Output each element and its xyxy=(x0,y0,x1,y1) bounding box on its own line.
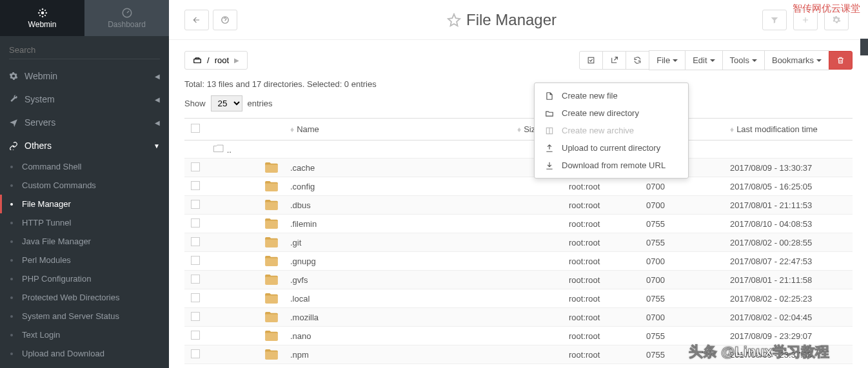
tools-menu-button[interactable]: Tools xyxy=(722,50,765,70)
sidebar-item-upload-and-download[interactable]: Upload and Download xyxy=(0,344,169,363)
table-row[interactable]: .localroot:root07552017/08/02 - 02:25:23 xyxy=(184,289,853,308)
menu-new-dir[interactable]: Create new directory xyxy=(535,104,688,122)
chevron-left-icon: ◀ xyxy=(155,73,160,80)
wrench-icon xyxy=(9,95,18,104)
toolbar-row: / root ▶ File Edit Tools Bookmarks xyxy=(184,50,853,70)
row-checkbox[interactable] xyxy=(191,200,200,209)
row-checkbox[interactable] xyxy=(191,275,200,284)
export-button[interactable] xyxy=(602,51,626,70)
bookmarks-menu-button[interactable]: Bookmarks xyxy=(764,50,829,70)
table-row[interactable]: .gitroot:root07552017/08/02 - 00:28:55 xyxy=(184,233,853,252)
tab-dashboard[interactable]: Dashboard xyxy=(84,0,169,36)
content: / root ▶ File Edit Tools Bookmarks Total… xyxy=(169,40,868,368)
table-row[interactable]: .mozillaroot:root07002017/08/02 - 02:04:… xyxy=(184,308,853,327)
col-modified[interactable]: ♦Last modification time xyxy=(724,119,853,140)
star-icon[interactable] xyxy=(447,13,461,27)
summary-text: Total: 13 files and 17 directories. Sele… xyxy=(184,79,853,89)
show-entries: Show 25 entries xyxy=(184,95,853,111)
col-icon xyxy=(206,119,284,140)
refresh-button[interactable] xyxy=(626,51,649,70)
menu-download[interactable]: Download from remote URL xyxy=(535,157,688,174)
breadcrumb[interactable]: / root ▶ xyxy=(184,51,248,70)
row-checkbox[interactable] xyxy=(191,237,200,246)
show-label: Show xyxy=(184,99,206,108)
table-row[interactable]: .gnupgroot:root07002017/08/07 - 22:47:53 xyxy=(184,252,853,271)
entries-select[interactable]: 25 xyxy=(211,95,242,111)
help-button[interactable] xyxy=(213,10,237,30)
row-checkbox[interactable] xyxy=(191,218,200,228)
row-checkbox[interactable] xyxy=(191,312,200,321)
sidebar-item-perl-modules[interactable]: Perl Modules xyxy=(0,251,169,269)
table-row[interactable]: .fileminroot:root07552017/08/10 - 04:08:… xyxy=(184,215,853,233)
file-table: ♦Name ♦Size ons ♦Last modification time … xyxy=(184,118,853,368)
file-name[interactable]: .gvfs xyxy=(284,271,511,289)
tab-webmin[interactable]: Webmin xyxy=(0,0,84,36)
row-checkbox[interactable] xyxy=(191,331,200,340)
parent-dir[interactable]: .. xyxy=(227,145,232,155)
section-others[interactable]: Others ▼ xyxy=(0,134,169,157)
file-name[interactable]: .venv xyxy=(284,364,511,369)
file-name[interactable]: .mozilla xyxy=(284,308,511,327)
others-submenu: Command ShellCustom CommandsFile Manager… xyxy=(0,157,169,363)
section-others-label: Others xyxy=(25,140,52,151)
sidebar-item-protected-web-directories[interactable]: Protected Web Directories xyxy=(0,288,169,307)
menu-upload[interactable]: Upload to current directory xyxy=(535,139,688,157)
table-row[interactable]: .dbusroot:root07002017/08/01 - 21:11:53 xyxy=(184,196,853,215)
sidebar-item-file-manager[interactable]: File Manager xyxy=(0,195,169,213)
sidebar-item-java-file-manager[interactable]: Java File Manager xyxy=(0,232,169,251)
file-name[interactable]: .local xyxy=(284,289,511,308)
file-name[interactable]: .git xyxy=(284,233,511,252)
plane-icon xyxy=(9,118,18,127)
delete-button[interactable] xyxy=(829,51,853,70)
section-system[interactable]: System ◀ xyxy=(0,88,169,111)
table-row[interactable]: .venvroot:root07552017/08/05 - 11:53 xyxy=(184,364,853,369)
file-name[interactable]: .npm xyxy=(284,345,511,364)
sidebar-item-php-configuration[interactable]: PHP Configuration xyxy=(0,269,169,288)
sidebar-tabs: Webmin Dashboard xyxy=(0,0,169,36)
menu-new-archive: Create new archive xyxy=(535,122,688,139)
gear-icon xyxy=(9,72,18,81)
chevron-left-icon: ◀ xyxy=(155,119,160,126)
file-name[interactable]: .dbus xyxy=(284,196,511,215)
row-checkbox[interactable] xyxy=(191,256,200,265)
page-title-wrap: File Manager xyxy=(241,11,762,29)
search-input[interactable] xyxy=(9,41,160,59)
filter-button[interactable] xyxy=(762,10,787,30)
select-all-button[interactable] xyxy=(579,51,603,70)
disk-icon xyxy=(193,56,202,65)
edit-menu-button[interactable]: Edit xyxy=(685,50,722,70)
table-row[interactable]: .gvfsroot:root07002017/08/01 - 21:11:58 xyxy=(184,271,853,289)
file-name[interactable]: .cache xyxy=(284,159,511,177)
main-panel: File Manager / root ▶ File Edit Tools B xyxy=(169,0,868,368)
watermark-top: 智传网优云课堂 xyxy=(793,3,860,15)
svg-rect-4 xyxy=(588,57,594,63)
file-name[interactable]: .nano xyxy=(284,327,511,345)
section-servers[interactable]: Servers ◀ xyxy=(0,111,169,134)
table-row[interactable]: .cacheroot:root07002017/08/09 - 13:30:37 xyxy=(184,159,853,177)
webmin-icon xyxy=(37,7,48,19)
row-checkbox[interactable] xyxy=(191,293,200,302)
sidebar-item-system-and-server-status[interactable]: System and Server Status xyxy=(0,307,169,325)
tab-webmin-label: Webmin xyxy=(28,20,57,29)
file-name[interactable]: .filemin xyxy=(284,215,511,233)
row-checkbox[interactable] xyxy=(191,181,200,190)
row-checkbox[interactable] xyxy=(191,349,200,358)
sidebar-item-text-login[interactable]: Text Login xyxy=(0,325,169,344)
row-checkbox[interactable] xyxy=(191,162,200,171)
file-name[interactable]: .config xyxy=(284,177,511,196)
table-row[interactable]: .configroot:root07002017/08/05 - 16:25:0… xyxy=(184,177,853,196)
side-collapse-tab[interactable] xyxy=(860,39,868,55)
col-name[interactable]: ♦Name xyxy=(284,119,511,140)
section-servers-label: Servers xyxy=(25,117,55,128)
menu-new-file[interactable]: Create new file xyxy=(535,87,688,104)
section-webmin[interactable]: Webmin ◀ xyxy=(0,64,169,88)
back-button[interactable] xyxy=(184,10,209,30)
breadcrumb-root[interactable]: root xyxy=(215,55,229,65)
section-networking[interactable]: Networking ◀ xyxy=(0,363,169,368)
sidebar-item-http-tunnel[interactable]: HTTP Tunnel xyxy=(0,213,169,232)
sidebar-item-custom-commands[interactable]: Custom Commands xyxy=(0,176,169,195)
sidebar-item-command-shell[interactable]: Command Shell xyxy=(0,157,169,176)
file-menu-button[interactable]: File xyxy=(649,50,686,70)
file-name[interactable]: .gnupg xyxy=(284,252,511,271)
col-checkbox[interactable] xyxy=(184,119,206,140)
